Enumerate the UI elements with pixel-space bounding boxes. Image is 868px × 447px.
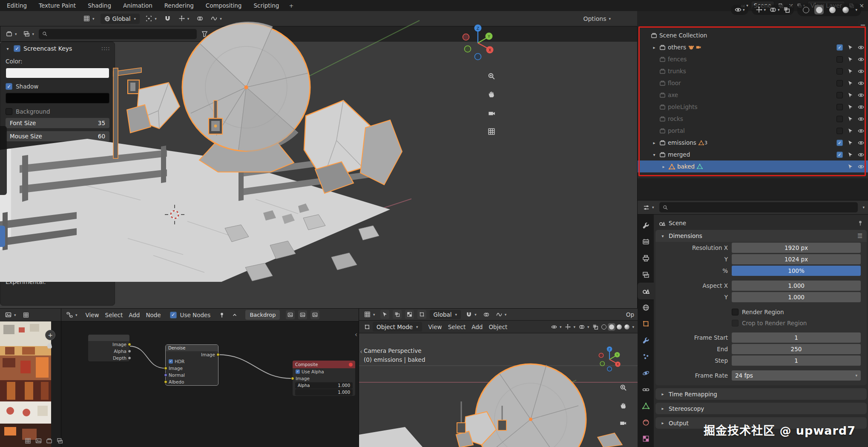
- collection-checkbox[interactable]: [836, 116, 843, 122]
- proportional-editing-toggle[interactable]: [482, 310, 491, 319]
- outliner-item-label[interactable]: rocks: [668, 115, 683, 122]
- properties-tab[interactable]: [638, 381, 654, 398]
- property-value-field[interactable]: 1: [732, 355, 861, 366]
- pan-button[interactable]: [618, 400, 629, 411]
- shading-material-button[interactable]: [615, 323, 623, 331]
- image-input-socket[interactable]: [164, 367, 167, 370]
- properties-tab[interactable]: [638, 365, 654, 381]
- properties-tab[interactable]: [638, 398, 654, 414]
- camera-view-button[interactable]: [618, 418, 629, 429]
- outliner-item-label[interactable]: poleLights: [668, 103, 698, 110]
- menu-item[interactable]: Select: [102, 310, 126, 320]
- backdrop-zoom-out-button[interactable]: [310, 310, 319, 319]
- selectable-toggle-icon[interactable]: [848, 104, 853, 110]
- selectable-toggle-icon[interactable]: [848, 92, 853, 98]
- properties-tab[interactable]: [638, 414, 654, 431]
- property-value-field[interactable]: 1024 px: [732, 254, 861, 264]
- collection-checkbox[interactable]: [836, 68, 843, 74]
- outliner-row[interactable]: Scene Collection: [638, 29, 868, 41]
- selectable-toggle-icon[interactable]: [848, 164, 853, 169]
- collection-checkbox[interactable]: [836, 80, 843, 86]
- z-value-field[interactable]: 1.000: [295, 389, 353, 395]
- expander-icon[interactable]: ▸: [651, 140, 657, 145]
- snap-toggle[interactable]: ▾: [464, 310, 478, 319]
- chevron-down-icon[interactable]: ▾: [862, 205, 865, 209]
- secondary-3d-viewport[interactable]: ▾ Global ▾ ▾ ▾ Op Object Mode ▾ ViewSele…: [359, 308, 638, 447]
- visibility-eye-icon[interactable]: [858, 128, 864, 134]
- visibility-eye-icon[interactable]: [858, 80, 864, 86]
- show-overlays-dropdown[interactable]: ▾: [577, 323, 591, 331]
- properties-tab[interactable]: [638, 234, 654, 250]
- editor-type-dropdown[interactable]: ▾: [362, 310, 377, 319]
- outliner-item-label[interactable]: portal: [668, 127, 685, 134]
- collapsed-panel-header[interactable]: ▸ Stereoscopy: [655, 403, 867, 414]
- outliner-row[interactable]: poleLights: [638, 101, 868, 113]
- property-value-field[interactable]: 1.000: [732, 292, 861, 302]
- depth-socket[interactable]: [128, 356, 131, 360]
- image-icon[interactable]: [35, 438, 42, 444]
- outliner-row[interactable]: ▸ emissions 3: [638, 137, 868, 149]
- menu-item[interactable]: Object: [486, 322, 510, 332]
- navigation-gizmo[interactable]: Z Y X: [596, 345, 623, 372]
- properties-tab[interactable]: [638, 315, 654, 332]
- property-value-field[interactable]: 1920 px: [732, 243, 861, 253]
- zoom-button[interactable]: [618, 382, 629, 393]
- toolbar-collapse-arrow[interactable]: ‹: [360, 348, 362, 355]
- selectable-toggle-icon[interactable]: [848, 152, 853, 158]
- visibility-eye-icon[interactable]: [858, 152, 864, 158]
- collection-checkbox[interactable]: [836, 152, 843, 158]
- image-pin-button[interactable]: [21, 311, 31, 319]
- visibility-eye-icon[interactable]: [858, 104, 864, 110]
- shading-solid-button[interactable]: [608, 323, 615, 331]
- outliner-row[interactable]: fences: [638, 53, 868, 65]
- active-tool-indicator[interactable]: [0, 226, 5, 247]
- paint-mask-button-2[interactable]: [405, 310, 414, 319]
- outliner-item-label[interactable]: others: [668, 44, 686, 51]
- render-region-checkbox[interactable]: [732, 309, 739, 315]
- collapse-icon[interactable]: ▾: [660, 234, 666, 238]
- pin-icon[interactable]: [857, 220, 863, 226]
- menu-item[interactable]: View: [425, 322, 445, 332]
- properties-tab[interactable]: [638, 349, 654, 365]
- property-value-field[interactable]: 100%: [732, 266, 861, 276]
- outliner-item-label[interactable]: merged: [668, 151, 690, 158]
- navigation-gizmo[interactable]: Z Y X: [458, 42, 497, 62]
- crop-render-region-checkbox[interactable]: [732, 320, 739, 327]
- outliner-row[interactable]: ▸ others: [638, 41, 868, 53]
- visibility-eye-icon[interactable]: [858, 140, 864, 146]
- toolbar-collapsed-strip[interactable]: [0, 126, 7, 195]
- image-input-socket[interactable]: [291, 377, 294, 380]
- editor-type-dropdown[interactable]: ▾: [641, 203, 656, 212]
- collection-icon[interactable]: [46, 438, 52, 444]
- hdr-checkbox[interactable]: ✓: [169, 359, 173, 364]
- collapsed-panel-header[interactable]: ▸ Time Remapping: [655, 388, 867, 400]
- expander-icon[interactable]: ▸: [651, 45, 657, 50]
- paint-mask-button-1[interactable]: [393, 310, 402, 319]
- falloff-dropdown[interactable]: ▾: [494, 310, 509, 319]
- selectable-toggle-icon[interactable]: [848, 57, 853, 62]
- object-types-visibility-dropdown[interactable]: ▾: [549, 323, 563, 331]
- scene-breadcrumb-label[interactable]: Scene: [669, 220, 686, 226]
- outliner-row[interactable]: trunks: [638, 65, 868, 77]
- pan-button[interactable]: [486, 89, 497, 100]
- collection-checkbox[interactable]: [836, 92, 843, 98]
- shading-wireframe-button[interactable]: [600, 323, 608, 331]
- properties-tab[interactable]: [638, 431, 654, 447]
- outliner-row[interactable]: rocks: [638, 113, 868, 125]
- denoise-node[interactable]: Denoise Image ✓HDR Image Normal Albedo: [165, 344, 218, 386]
- property-value-field[interactable]: 1: [732, 332, 861, 343]
- collection-checkbox[interactable]: [836, 56, 843, 63]
- collection-checkbox[interactable]: [836, 128, 843, 134]
- render-layers-node[interactable]: Image Alpha Depth: [88, 334, 130, 362]
- menu-item[interactable]: Add: [126, 310, 143, 320]
- pan-hand-button[interactable]: [46, 342, 53, 349]
- properties-tab[interactable]: [638, 250, 654, 266]
- outliner-item-label[interactable]: baked: [677, 163, 695, 170]
- outliner-item-label[interactable]: trunks: [668, 68, 686, 74]
- composite-node[interactable]: Composite ✓Use Alpha Image Alpha1.000 1.…: [292, 360, 356, 396]
- dimensions-panel-header[interactable]: ▾ Dimensions ☰: [655, 230, 867, 242]
- transform-orientation-dropdown[interactable]: Global ▾: [430, 310, 461, 319]
- outliner-row[interactable]: ▾ merged: [638, 149, 868, 160]
- properties-search[interactable]: [659, 202, 858, 212]
- alpha-socket[interactable]: [128, 350, 131, 353]
